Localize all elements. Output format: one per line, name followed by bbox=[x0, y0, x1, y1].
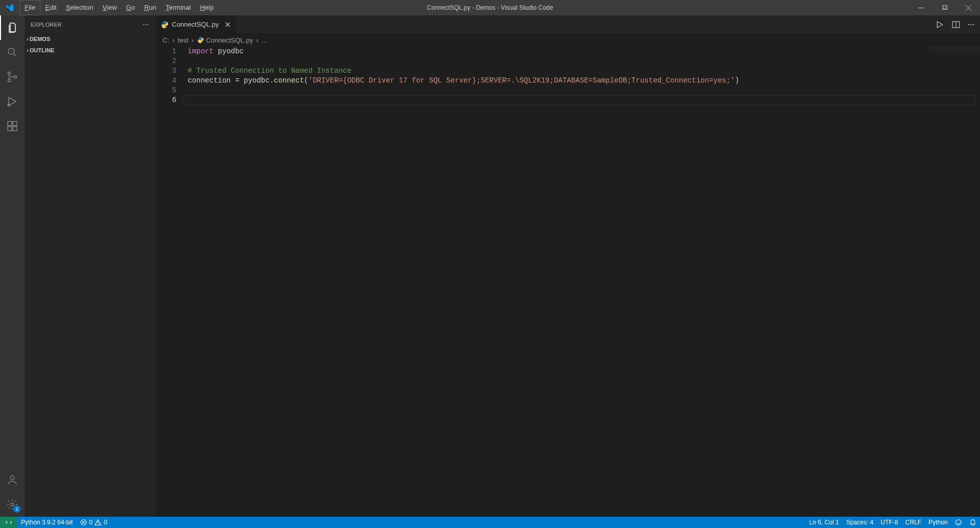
status-notifications-icon[interactable] bbox=[966, 517, 980, 528]
svg-rect-11 bbox=[13, 127, 17, 131]
menubar: FileEditSelectionViewGoRunTerminalHelp bbox=[19, 0, 218, 15]
chevron-right-icon: › bbox=[256, 36, 258, 44]
svg-rect-10 bbox=[8, 127, 12, 131]
run-icon[interactable] bbox=[935, 20, 944, 29]
menu-file[interactable]: File bbox=[19, 0, 41, 15]
tab-bar: ConnectSQL.py ··· bbox=[155, 15, 980, 33]
menu-help[interactable]: Help bbox=[195, 0, 218, 15]
sidebar-section-outline[interactable]: › OUTLINE bbox=[25, 45, 155, 56]
activity-run-debug[interactable] bbox=[0, 89, 25, 114]
menu-go[interactable]: Go bbox=[122, 0, 139, 15]
svg-point-13 bbox=[11, 503, 14, 506]
window-title: ConnectSQL.py - Demos - Visual Studio Co… bbox=[427, 4, 553, 11]
status-encoding[interactable]: UTF-8 bbox=[877, 517, 902, 528]
svg-rect-0 bbox=[918, 8, 924, 8]
split-editor-icon[interactable] bbox=[951, 20, 961, 29]
svg-rect-2 bbox=[944, 5, 948, 9]
status-feedback-icon[interactable] bbox=[951, 517, 966, 528]
tab-filename: ConnectSQL.py bbox=[172, 21, 219, 28]
code-editor[interactable]: 1 2 3 4 5 6 import pyodbc # Trusted Conn… bbox=[155, 47, 980, 517]
maximize-button[interactable] bbox=[933, 0, 956, 15]
svg-point-3 bbox=[8, 48, 14, 54]
menu-run[interactable]: Run bbox=[139, 0, 161, 15]
status-problems[interactable]: 0 0 bbox=[76, 517, 111, 528]
activity-settings[interactable]: 1 bbox=[0, 492, 25, 517]
bc-folder[interactable]: test bbox=[177, 36, 188, 44]
more-actions-icon[interactable]: ··· bbox=[968, 21, 975, 28]
sidebar-title: EXPLORER bbox=[31, 22, 62, 28]
activity-bar: 1 bbox=[0, 15, 25, 517]
menu-edit[interactable]: Edit bbox=[41, 0, 61, 15]
activity-accounts[interactable] bbox=[0, 468, 25, 492]
activity-extensions[interactable] bbox=[0, 114, 25, 138]
status-cursor[interactable]: Ln 6, Col 1 bbox=[806, 517, 843, 528]
chevron-right-icon: › bbox=[172, 36, 174, 44]
titlebar: FileEditSelectionViewGoRunTerminalHelp C… bbox=[0, 0, 980, 15]
menu-view[interactable]: View bbox=[98, 0, 122, 15]
svg-point-16 bbox=[956, 520, 962, 525]
activity-source-control[interactable] bbox=[0, 65, 25, 89]
section-label: DEMOS bbox=[30, 36, 50, 42]
svg-point-5 bbox=[8, 79, 11, 82]
activity-search[interactable] bbox=[0, 40, 25, 65]
svg-rect-1 bbox=[942, 5, 946, 9]
sidebar-more-icon[interactable]: ··· bbox=[143, 22, 149, 28]
python-file-icon bbox=[161, 21, 169, 29]
bc-file[interactable]: ConnectSQL.py bbox=[206, 36, 253, 44]
status-python[interactable]: Python 3.9.2 64-bit bbox=[17, 517, 76, 528]
chevron-right-icon: › bbox=[191, 36, 193, 44]
svg-point-12 bbox=[10, 476, 14, 480]
minimize-button[interactable] bbox=[909, 0, 933, 15]
main-area: 1 EXPLORER ··· › DEMOS › OUTLINE Connect… bbox=[0, 15, 980, 517]
sidebar: EXPLORER ··· › DEMOS › OUTLINE bbox=[25, 15, 155, 517]
menu-selection[interactable]: Selection bbox=[61, 0, 97, 15]
status-bar: Python 3.9.2 64-bit 0 0 Ln 6, Col 1 Spac… bbox=[0, 517, 980, 528]
menu-terminal[interactable]: Terminal bbox=[161, 0, 195, 15]
status-eol[interactable]: CRLF bbox=[902, 517, 925, 528]
close-button[interactable] bbox=[956, 0, 980, 15]
breadcrumbs[interactable]: C: › test › ConnectSQL.py › ... bbox=[155, 33, 980, 47]
editor-area: ConnectSQL.py ··· C: › test › bbox=[155, 15, 980, 517]
status-indent[interactable]: Spaces: 4 bbox=[843, 517, 877, 528]
code-content[interactable]: import pyodbc # Trusted Connection to Na… bbox=[184, 47, 980, 517]
window-controls bbox=[909, 0, 980, 15]
chevron-right-icon: › bbox=[27, 36, 29, 42]
python-file-icon bbox=[197, 36, 204, 44]
settings-badge: 1 bbox=[13, 505, 21, 513]
status-language[interactable]: Python bbox=[925, 517, 951, 528]
minimap[interactable] bbox=[929, 47, 980, 57]
tab-connectsql[interactable]: ConnectSQL.py bbox=[155, 15, 237, 33]
chevron-right-icon: › bbox=[27, 47, 29, 53]
svg-point-4 bbox=[8, 72, 11, 75]
svg-point-6 bbox=[14, 76, 17, 78]
remote-indicator[interactable] bbox=[0, 517, 17, 528]
bc-more[interactable]: ... bbox=[262, 36, 267, 44]
activity-explorer[interactable] bbox=[0, 15, 25, 40]
sidebar-header: EXPLORER ··· bbox=[25, 15, 155, 33]
vscode-logo-icon bbox=[5, 3, 14, 12]
editor-actions: ··· bbox=[930, 15, 980, 33]
svg-rect-9 bbox=[13, 121, 17, 126]
svg-rect-8 bbox=[8, 121, 12, 126]
tab-close-icon[interactable] bbox=[224, 21, 231, 28]
bc-drive[interactable]: C: bbox=[163, 36, 169, 44]
line-number-gutter: 1 2 3 4 5 6 bbox=[155, 47, 184, 517]
section-label: OUTLINE bbox=[30, 47, 54, 53]
sidebar-section-demos[interactable]: › DEMOS bbox=[25, 33, 155, 45]
